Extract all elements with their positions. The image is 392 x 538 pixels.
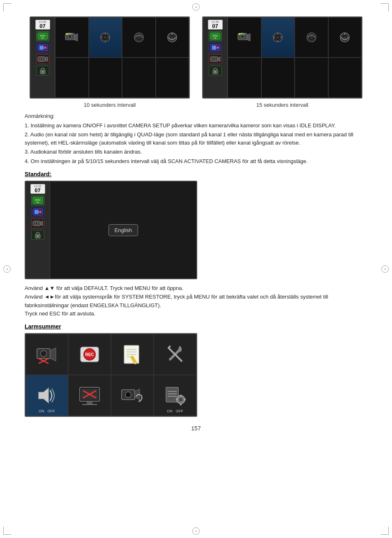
svg-point-47	[240, 33, 242, 34]
left-dvr-sidebar: 12:35 07 NTSC PAL	[30, 17, 55, 98]
standard-screen: 12:33 07 NTSC PAL	[25, 181, 197, 279]
dvr-cell-r8	[328, 57, 362, 98]
svg-rect-110	[180, 395, 182, 396]
svg-text:PAL: PAL	[41, 37, 44, 39]
std-icon-cam	[31, 218, 44, 228]
standard-instructions: Använd ▲▼ för att välja DEFAULT. Tryck n…	[25, 284, 367, 318]
svg-point-20	[104, 36, 107, 39]
larm-cell-6	[68, 375, 111, 416]
page-number: 157	[25, 425, 367, 432]
dvr-cell-r7	[295, 57, 328, 98]
icon-record	[36, 43, 49, 53]
dvr-cell-4	[156, 17, 189, 57]
larm-icon-screen-x	[78, 384, 101, 407]
dvr-cell-3	[122, 17, 156, 57]
dvr-cell-r3	[295, 17, 328, 57]
svg-marker-76	[50, 348, 56, 361]
svg-point-102	[125, 392, 131, 398]
svg-rect-111	[180, 404, 182, 405]
svg-point-46	[239, 33, 240, 35]
larm-icon-cam-wrench	[121, 384, 144, 407]
larm-cell-7	[111, 375, 154, 416]
svg-point-27	[137, 36, 141, 39]
larm-icon-rec: REC	[78, 343, 101, 366]
svg-marker-93	[39, 388, 48, 403]
svg-point-62	[343, 36, 346, 39]
svg-point-52	[276, 36, 279, 39]
svg-point-16	[69, 33, 71, 34]
svg-text:REC: REC	[85, 352, 94, 357]
larmsummer-section: Larmsummer	[25, 323, 367, 417]
larm-icon-speaker	[35, 384, 58, 407]
svg-marker-71	[40, 221, 43, 226]
larm-cell-1	[25, 334, 68, 375]
larm-cell-5: ON OFF	[25, 375, 68, 416]
english-button[interactable]: English	[108, 224, 138, 236]
left-dvr-main	[55, 17, 189, 98]
larm-onoff-speaker: ON OFF	[39, 409, 55, 413]
svg-point-8	[40, 58, 43, 60]
svg-point-49	[244, 33, 245, 35]
svg-marker-12	[74, 34, 78, 41]
dvr-cell-6	[89, 57, 122, 98]
time-badge-left: 12:35 07	[35, 20, 50, 30]
dvr-cell-7	[122, 57, 156, 98]
larm-onoff-settings: ON OFF	[167, 409, 183, 413]
time-badge-right: 12:35 07	[208, 20, 223, 30]
larm-icon-cam-x	[35, 343, 58, 366]
svg-point-17	[71, 33, 73, 35]
larm-icon-settings	[164, 384, 187, 407]
larmsummer-screen: REC	[25, 333, 197, 417]
svg-rect-113	[184, 399, 186, 400]
dvr-cell-r5	[228, 57, 261, 98]
svg-point-72	[35, 222, 38, 225]
svg-marker-103	[138, 400, 140, 402]
speaker-on-label: ON	[39, 409, 44, 413]
dvr-cell-r2	[261, 17, 295, 57]
captions-row: 10 sekunders intervall 15 sekunders inte…	[25, 102, 367, 108]
icon-camera-right	[209, 54, 222, 64]
svg-point-109	[179, 398, 183, 402]
svg-point-45	[241, 35, 244, 38]
svg-point-15	[68, 33, 69, 34]
svg-point-40	[213, 58, 215, 60]
svg-marker-44	[247, 34, 250, 41]
note-4: 4. Om inställningen är på 5/10/15 sekund…	[25, 157, 367, 166]
svg-rect-112	[176, 399, 178, 400]
svg-point-30	[171, 36, 174, 39]
svg-text:PAL: PAL	[36, 201, 39, 203]
larm-cell-4	[154, 334, 196, 375]
std-sidebar: 12:33 07 NTSC PAL	[25, 182, 50, 278]
svg-rect-4	[39, 46, 44, 50]
settings-on-label: ON	[167, 409, 173, 413]
instruction-1: Använd ▲▼ för att välja DEFAULT. Tryck n…	[25, 284, 367, 293]
dvr-cell-2	[89, 17, 122, 57]
svg-rect-98	[87, 401, 92, 404]
left-caption: 10 sekunders intervall	[30, 102, 190, 108]
right-dvr-screen: 12:35 07 NTSC PAL	[202, 16, 362, 99]
top-images-row: 12:35 07 NTSC PAL	[25, 16, 367, 99]
std-icon-lock	[31, 230, 44, 240]
dvr-cell-r4	[328, 17, 362, 57]
svg-point-48	[242, 33, 244, 34]
std-main-area: English	[50, 182, 196, 278]
svg-point-74	[37, 235, 39, 237]
svg-point-10	[42, 71, 44, 73]
svg-text:PAL: PAL	[214, 37, 217, 39]
larm-cell-2: REC	[68, 334, 111, 375]
larmsummer-heading: Larmsummer	[25, 323, 367, 330]
standard-heading: Standard:	[25, 171, 367, 177]
std-time-badge: 12:33 07	[30, 184, 45, 194]
note-3: 3. Audiokanal förblir ansluten tills kan…	[25, 148, 367, 156]
icon-ntsc-right: NTSC PAL	[209, 31, 222, 41]
notes-section: Anmärkning: 1. Inställning av kamera ON/…	[25, 112, 367, 165]
notes-heading: Anmärkning:	[25, 112, 367, 120]
right-dvr-main	[228, 17, 362, 98]
note-2: 2. Audio (en kanal när som helst) är til…	[25, 131, 367, 147]
svg-marker-7	[45, 57, 48, 62]
larm-grid: REC	[25, 334, 196, 416]
note-1: 1. Inställning av kamera ON/OFF i avsnit…	[25, 122, 367, 130]
std-icon-ntsc: NTSC PAL	[31, 195, 44, 205]
settings-off-label: OFF	[176, 409, 183, 413]
svg-point-5	[44, 46, 46, 49]
